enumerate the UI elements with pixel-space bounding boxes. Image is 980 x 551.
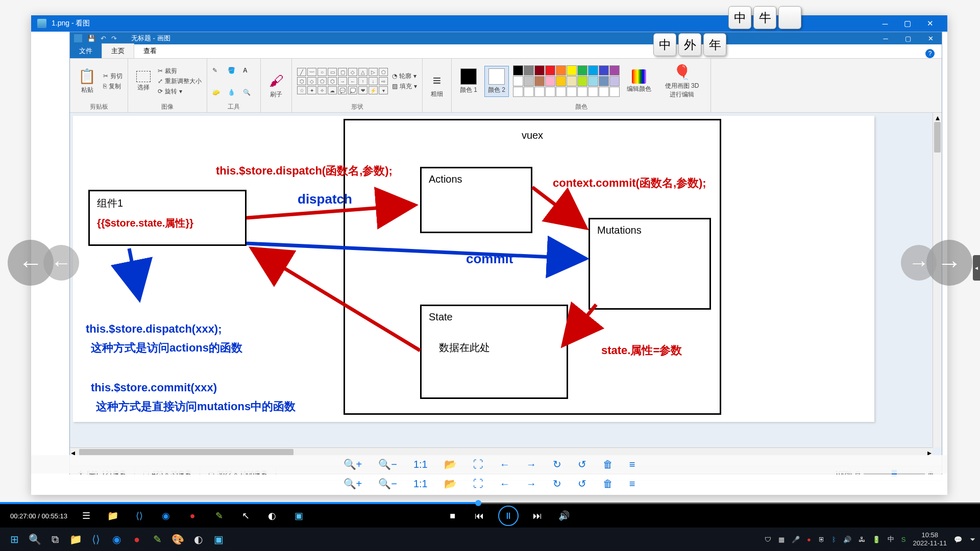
tab-home[interactable]: 主页 xyxy=(102,43,134,58)
paint-minimize-button[interactable]: ─ xyxy=(874,35,897,42)
zoom-out-icon[interactable]: 🔍− xyxy=(378,478,397,490)
fill-icon[interactable]: 🪣 xyxy=(228,67,240,74)
resize-button[interactable]: ⤢ 重新调整大小 xyxy=(158,77,202,86)
chrome-icon[interactable]: ◐ xyxy=(264,510,280,521)
color2-button[interactable]: 颜色 2 xyxy=(484,66,509,97)
rotate-cw-icon[interactable]: ↻ xyxy=(553,458,561,470)
delete-icon[interactable]: 🗑 xyxy=(603,459,613,470)
pencil-icon[interactable]: ✎ xyxy=(212,67,225,74)
zoom-out-icon[interactable]: 🔍− xyxy=(378,458,397,470)
eraser-icon[interactable]: 🧽 xyxy=(212,89,225,96)
select-button[interactable]: 选择 xyxy=(133,69,154,94)
next-track-button[interactable]: ⏭ xyxy=(530,511,545,521)
edit-colors-button[interactable]: 编辑颜色 xyxy=(624,67,654,95)
color1-button[interactable]: 颜色 1 xyxy=(457,66,480,96)
taskbar-chrome-icon[interactable]: ◐ xyxy=(188,529,208,549)
taskbar-notepadpp-icon[interactable]: ✎ xyxy=(147,529,167,549)
ime-candidate-tiles-2[interactable]: 中 外 年 xyxy=(653,33,801,56)
thickness-button[interactable]: ≡粗细 xyxy=(428,70,446,101)
taskbar-edge-icon[interactable]: ◉ xyxy=(106,529,127,549)
save-icon[interactable]: 💾 xyxy=(87,35,95,42)
tab-view[interactable]: 查看 xyxy=(134,44,166,58)
actual-size-icon[interactable]: 1:1 xyxy=(413,478,428,490)
viewer-maximize-button[interactable]: ▢ xyxy=(896,19,919,28)
rotate-button[interactable]: ⟳ 旋转 ▾ xyxy=(158,87,182,96)
text-icon[interactable]: A xyxy=(243,67,255,74)
start-button[interactable]: ⊞ xyxy=(4,529,24,549)
tray-sogou-icon[interactable]: S xyxy=(901,536,906,543)
rotate-ccw-icon[interactable]: ↺ xyxy=(578,478,586,490)
play-pause-button[interactable]: ⏸ xyxy=(498,506,519,526)
brush-button[interactable]: 🖌刷子 xyxy=(266,70,286,101)
tray-record-icon[interactable]: ● xyxy=(807,536,811,543)
fullscreen-icon[interactable]: ⛶ xyxy=(473,478,483,490)
edge-icon[interactable]: ◉ xyxy=(158,510,174,521)
shape-outline-button[interactable]: ◔ 轮廓 ▾ xyxy=(392,72,416,81)
shapes-gallery[interactable]: ╱〰○▭▢◇△▷⬠ ⬡◇⬠⬡→←↑↓⇨ ☆✦✧☁💬💭❤⚡▾ xyxy=(297,68,388,94)
paint-titlebar[interactable]: 💾 ↶ ↷ 无标题 - 画图 ─ ▢ ✕ xyxy=(70,32,942,44)
viewer-inner-titlebar[interactable]: 1.png - 看图 ─ ▢ ✕ xyxy=(31,15,947,32)
help-icon[interactable]: ? xyxy=(925,49,935,58)
task-view-icon[interactable]: ⧉ xyxy=(45,529,65,549)
fullscreen-icon[interactable]: ⛶ xyxy=(473,459,483,470)
notifications-icon[interactable]: 💬 xyxy=(954,536,962,543)
cut-button[interactable]: ✂ 剪切 xyxy=(103,72,122,81)
stop-button[interactable]: ■ xyxy=(445,511,460,521)
taskbar-paint-icon[interactable]: 🎨 xyxy=(167,529,188,549)
windows-taskbar[interactable]: ⊞ 🔍 ⧉ 📁 ⟨⟩ ◉ ● ✎ 🎨 ◐ ▣ 🛡 ▦ 🎤 ● ⛨ ᛒ 🔊 🖧 🔋… xyxy=(0,528,980,551)
taskbar-clock[interactable]: 10:582022-11-11 xyxy=(913,531,947,547)
system-tray[interactable]: 🛡 ▦ 🎤 ● ⛨ ᛒ 🔊 🖧 🔋 中 S 10:582022-11-11 💬 … xyxy=(765,531,976,547)
search-icon[interactable]: 🔍 xyxy=(24,529,45,549)
tray-overflow-icon[interactable]: ⏷ xyxy=(969,536,976,543)
next-image-icon[interactable]: → xyxy=(526,478,536,490)
tray-battery-icon[interactable]: 🔋 xyxy=(872,536,880,543)
folder-icon[interactable]: 📁 xyxy=(105,510,120,521)
crop-button[interactable]: ✂ 裁剪 xyxy=(158,67,177,76)
tray-grid-icon[interactable]: ▦ xyxy=(778,536,785,543)
open-folder-icon[interactable]: 📂 xyxy=(444,458,457,470)
undo-icon[interactable]: ↶ xyxy=(101,35,106,42)
vscode-icon[interactable]: ⟨⟩ xyxy=(132,510,147,521)
color-palette[interactable] xyxy=(513,65,620,97)
tray-defender-icon[interactable]: ⛨ xyxy=(818,536,825,543)
magnifier-icon[interactable]: 🔍 xyxy=(243,89,255,96)
more-icon[interactable]: ≡ xyxy=(629,478,635,490)
notepadpp-icon[interactable]: ✎ xyxy=(211,510,227,521)
playlist-icon[interactable]: ☰ xyxy=(79,510,94,521)
eyedropper-icon[interactable]: 💧 xyxy=(228,89,240,96)
actual-size-icon[interactable]: 1:1 xyxy=(413,459,428,470)
inner-prev-image-button[interactable]: ← xyxy=(43,245,79,281)
tab-file[interactable]: 文件 xyxy=(70,44,102,58)
inner-next-image-button[interactable]: → xyxy=(901,245,937,281)
rotate-cw-icon[interactable]: ↻ xyxy=(553,478,561,490)
redo-icon[interactable]: ↷ xyxy=(111,35,117,42)
more-icon[interactable]: ≡ xyxy=(629,459,635,470)
paste-button[interactable]: 📋粘贴 xyxy=(75,66,99,96)
paint3d-button[interactable]: 🎈使用画图 3D 进行编辑 xyxy=(658,62,705,101)
delete-icon[interactable]: 🗑 xyxy=(603,478,613,490)
prev-image-icon[interactable]: ← xyxy=(500,459,510,470)
paint-maximize-button[interactable]: ▢ xyxy=(897,35,919,42)
taskbar-explorer-icon[interactable]: 📁 xyxy=(65,529,86,549)
tray-security-icon[interactable]: 🛡 xyxy=(765,536,771,543)
paint-canvas[interactable]: vuex 组件1 {{$store.state.属性}} Actions Mut… xyxy=(73,116,874,422)
taskbar-vscode-icon[interactable]: ⟨⟩ xyxy=(86,529,106,549)
tray-network-icon[interactable]: 🖧 xyxy=(859,536,865,543)
prev-image-icon[interactable]: ← xyxy=(500,478,510,490)
taskbar-photos-icon[interactable]: ▣ xyxy=(208,529,229,549)
zoom-in-icon[interactable]: 🔍+ xyxy=(344,458,362,470)
zoom-in-icon[interactable]: 🔍+ xyxy=(344,478,362,490)
photos-icon[interactable]: ▣ xyxy=(291,510,306,521)
taskbar-bandicam-icon[interactable]: ● xyxy=(127,529,147,549)
open-folder-icon[interactable]: 📂 xyxy=(444,478,457,490)
viewer-close-button[interactable]: ✕ xyxy=(919,19,941,28)
record-icon[interactable]: ● xyxy=(185,511,200,521)
ime-candidate-tiles[interactable]: 中 牛 xyxy=(728,6,801,29)
rotate-ccw-icon[interactable]: ↺ xyxy=(578,458,586,470)
cursor-icon[interactable]: ↖ xyxy=(238,510,253,521)
tray-volume-icon[interactable]: 🔊 xyxy=(843,536,851,543)
copy-button[interactable]: ⎘ 复制 xyxy=(103,82,121,91)
paint-close-button[interactable]: ✕ xyxy=(919,35,942,42)
tray-bluetooth-icon[interactable]: ᛒ xyxy=(832,536,836,543)
viewer-minimize-button[interactable]: ─ xyxy=(874,19,896,28)
